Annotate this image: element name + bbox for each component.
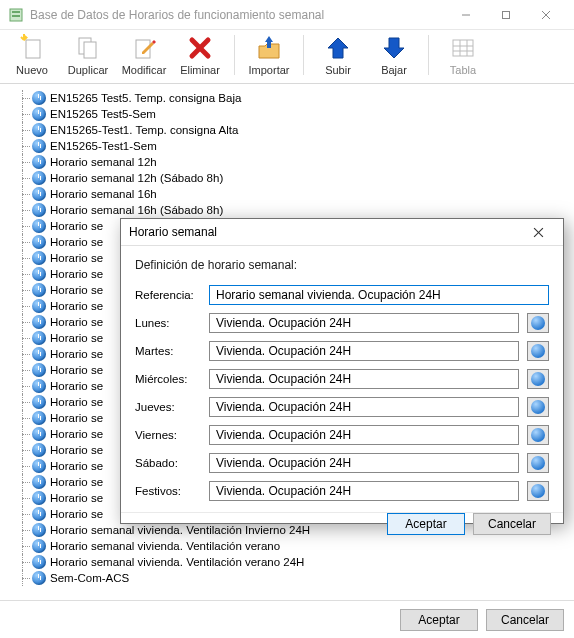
down-label: Bajar [381, 64, 407, 76]
tree-connector [18, 522, 32, 538]
down-button[interactable]: Bajar [366, 29, 422, 81]
tree-connector [18, 570, 32, 586]
dialog-heading: Definición de horario semanal: [135, 258, 549, 272]
clock-icon [32, 363, 46, 377]
tree-item[interactable]: EN15265 Test5-Sem [4, 106, 572, 122]
day-value-field[interactable]: Vivienda. Ocupación 24H [209, 369, 519, 389]
clock-icon [32, 283, 46, 297]
table-icon [449, 34, 477, 62]
table-button[interactable]: Tabla [435, 29, 491, 81]
svg-rect-13 [84, 42, 96, 58]
duplicate-button[interactable]: Duplicar [60, 29, 116, 81]
reference-input[interactable] [209, 285, 549, 305]
clock-icon [32, 91, 46, 105]
day-label: Martes: [135, 345, 201, 357]
clock-icon [531, 400, 545, 414]
day-picker-button[interactable] [527, 425, 549, 445]
day-value-field[interactable]: Vivienda. Ocupación 24H [209, 425, 519, 445]
day-picker-button[interactable] [527, 397, 549, 417]
up-button[interactable]: Subir [310, 29, 366, 81]
clock-icon [32, 555, 46, 569]
day-row: Miércoles:Vivienda. Ocupación 24H [135, 366, 549, 392]
day-picker-button[interactable] [527, 313, 549, 333]
clock-icon [32, 107, 46, 121]
import-icon [255, 34, 283, 62]
day-value-field[interactable]: Vivienda. Ocupación 24H [209, 341, 519, 361]
day-picker-button[interactable] [527, 453, 549, 473]
day-value-field[interactable]: Vivienda. Ocupación 24H [209, 453, 519, 473]
day-value-field[interactable]: Vivienda. Ocupación 24H [209, 313, 519, 333]
tree-item[interactable]: Horario semanal vivienda. Ventilación ve… [4, 554, 572, 570]
new-button[interactable]: Nuevo [4, 29, 60, 81]
tree-item[interactable]: EN15265-Test1-Sem [4, 138, 572, 154]
clock-icon [32, 203, 46, 217]
title-bar: Base de Datos de Horarios de funcionamie… [0, 0, 574, 30]
toolbar-separator [303, 35, 304, 75]
clock-icon [32, 299, 46, 313]
day-picker-button[interactable] [527, 341, 549, 361]
tree-connector [18, 378, 32, 394]
day-label: Jueves: [135, 401, 201, 413]
dialog-accept-button[interactable]: Aceptar [387, 513, 465, 535]
tree-item-label: EN15265-Test1. Temp. consigna Alta [50, 122, 238, 138]
tree-item[interactable]: Sem-Com-ACS [4, 570, 572, 586]
day-picker-button[interactable] [527, 369, 549, 389]
tree-item[interactable]: Horario semanal 12h (Sábado 8h) [4, 170, 572, 186]
toolbar: Nuevo Duplicar Modificar Eliminar Import… [0, 30, 574, 84]
tree-connector [18, 410, 32, 426]
clock-icon [32, 331, 46, 345]
svg-rect-1 [12, 11, 20, 13]
clock-icon [32, 491, 46, 505]
toolbar-separator [234, 35, 235, 75]
import-button[interactable]: Importar [241, 29, 297, 81]
table-label: Tabla [450, 64, 476, 76]
tree-connector [18, 298, 32, 314]
tree-item[interactable]: Horario semanal 12h [4, 154, 572, 170]
clock-icon [531, 484, 545, 498]
tree-connector [18, 426, 32, 442]
tree-item-label: Horario se [50, 490, 103, 506]
tree-connector [18, 138, 32, 154]
tree-item-label: Horario semanal 12h (Sábado 8h) [50, 170, 223, 186]
main-button-bar: Aceptar Cancelar [0, 600, 574, 638]
tree-item[interactable]: EN15265 Test5. Temp. consigna Baja [4, 90, 572, 106]
tree-connector [18, 282, 32, 298]
close-button[interactable] [526, 1, 566, 29]
modify-button[interactable]: Modificar [116, 29, 172, 81]
reference-row: Referencia: [135, 282, 549, 308]
tree-connector [18, 266, 32, 282]
minimize-button[interactable] [446, 1, 486, 29]
tree-item[interactable]: Horario semanal 16h [4, 186, 572, 202]
day-value-field[interactable]: Vivienda. Ocupación 24H [209, 481, 519, 501]
main-cancel-button[interactable]: Cancelar [486, 609, 564, 631]
dialog-close-button[interactable] [521, 219, 555, 245]
clock-icon [32, 443, 46, 457]
clock-icon [32, 139, 46, 153]
tree-item-label: Horario se [50, 506, 103, 522]
day-value-field[interactable]: Vivienda. Ocupación 24H [209, 397, 519, 417]
tree-connector [18, 218, 32, 234]
tree-item-label: Horario se [50, 394, 103, 410]
svg-rect-4 [503, 11, 510, 18]
dialog-cancel-button[interactable]: Cancelar [473, 513, 551, 535]
day-row: Festivos:Vivienda. Ocupación 24H [135, 478, 549, 504]
maximize-button[interactable] [486, 1, 526, 29]
tree-item[interactable]: EN15265-Test1. Temp. consigna Alta [4, 122, 572, 138]
clock-icon [32, 187, 46, 201]
delete-button[interactable]: Eliminar [172, 29, 228, 81]
tree-item[interactable]: Horario semanal vivienda. Ventilación ve… [4, 538, 572, 554]
tree-connector [18, 362, 32, 378]
clock-icon [32, 507, 46, 521]
delete-icon [186, 34, 214, 62]
tree-item-label: EN15265-Test1-Sem [50, 138, 157, 154]
tree-connector [18, 186, 32, 202]
day-row: Martes:Vivienda. Ocupación 24H [135, 338, 549, 364]
clock-icon [32, 571, 46, 585]
day-picker-button[interactable] [527, 481, 549, 501]
main-accept-button[interactable]: Aceptar [400, 609, 478, 631]
day-row: Jueves:Vivienda. Ocupación 24H [135, 394, 549, 420]
tree-connector [18, 250, 32, 266]
tree-item[interactable]: Horario semanal 16h (Sábado 8h) [4, 202, 572, 218]
duplicate-icon [74, 34, 102, 62]
tree-connector [18, 202, 32, 218]
